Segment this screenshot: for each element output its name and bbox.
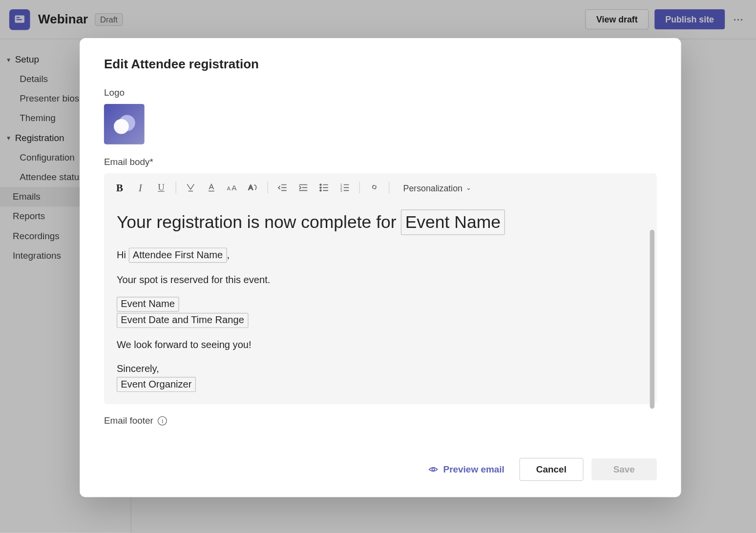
svg-text:A: A — [227, 185, 231, 191]
editor-scrollbar[interactable] — [650, 230, 654, 409]
italic-button[interactable]: I — [132, 179, 149, 196]
token-event-datetime[interactable]: Event Date and Time Range — [117, 313, 248, 328]
signoff-text: Sincerely, — [117, 363, 159, 374]
greeting-suffix: , — [227, 249, 230, 260]
info-icon[interactable]: i — [158, 416, 167, 425]
svg-text:A: A — [249, 184, 253, 191]
edit-attendee-registration-modal: Edit Attendee registration Logo Email bo… — [80, 38, 681, 497]
toolbar-separator — [389, 182, 389, 194]
preview-email-label: Preview email — [443, 464, 504, 474]
modal-title: Edit Attendee registration — [104, 57, 657, 72]
email-body-label: Email body* — [104, 157, 657, 167]
bold-button[interactable]: B — [111, 179, 128, 196]
preview-email-button[interactable]: Preview email — [428, 464, 504, 474]
email-greeting[interactable]: Hi Attendee First Name, — [117, 247, 644, 263]
email-look-forward[interactable]: We look forward to seeing you! — [117, 338, 644, 352]
indent-button[interactable] — [294, 179, 312, 196]
email-line-reserved[interactable]: Your spot is reserved for this event. — [117, 272, 644, 287]
font-color-button[interactable] — [203, 179, 220, 196]
save-button[interactable]: Save — [591, 458, 657, 480]
svg-point-4 — [114, 119, 129, 134]
modal-footer: Preview email Cancel Save — [104, 446, 657, 481]
personalization-label: Personalization — [403, 183, 462, 192]
chevron-down-icon: ⌄ — [466, 184, 471, 191]
underline-button[interactable]: U — [152, 179, 169, 196]
numbered-list-button[interactable]: 123 — [336, 179, 353, 196]
email-footer-label: Email footer — [104, 415, 153, 426]
logo-label: Logo — [104, 88, 657, 98]
highlight-button[interactable] — [182, 179, 199, 196]
token-attendee-first-name[interactable]: Attendee First Name — [129, 247, 227, 263]
editor-toolbar: B I U AA A — [104, 173, 657, 202]
headline-text: Your registration is now complete for — [117, 212, 401, 231]
svg-point-17 — [320, 184, 321, 185]
personalization-dropdown[interactable]: Personalization ⌄ — [399, 181, 476, 195]
toolbar-separator — [359, 182, 360, 194]
svg-point-21 — [320, 190, 321, 191]
email-signoff[interactable]: Sincerely, Event Organizer — [117, 362, 644, 392]
svg-text:A: A — [231, 184, 237, 192]
token-event-name[interactable]: Event Name — [401, 209, 504, 235]
email-headline[interactable]: Your registration is now complete for Ev… — [117, 209, 644, 235]
email-body-editor[interactable]: Your registration is now complete for Ev… — [104, 202, 657, 404]
logo-preview[interactable] — [104, 104, 145, 144]
greeting-prefix: Hi — [117, 249, 129, 260]
outdent-button[interactable] — [274, 179, 291, 196]
link-button[interactable] — [366, 179, 383, 196]
svg-point-19 — [320, 187, 321, 188]
toolbar-separator — [268, 182, 268, 194]
bullet-list-button[interactable] — [315, 179, 333, 196]
clear-formatting-button[interactable]: A — [244, 179, 261, 196]
svg-point-29 — [432, 468, 435, 471]
email-event-block[interactable]: Event Name Event Date and Time Range — [117, 296, 644, 328]
cancel-button[interactable]: Cancel — [520, 458, 584, 481]
token-event-name[interactable]: Event Name — [117, 297, 179, 312]
toolbar-separator — [176, 182, 176, 194]
token-event-organizer[interactable]: Event Organizer — [117, 377, 196, 392]
svg-text:3: 3 — [340, 189, 342, 193]
font-size-button[interactable]: AA — [224, 179, 241, 196]
